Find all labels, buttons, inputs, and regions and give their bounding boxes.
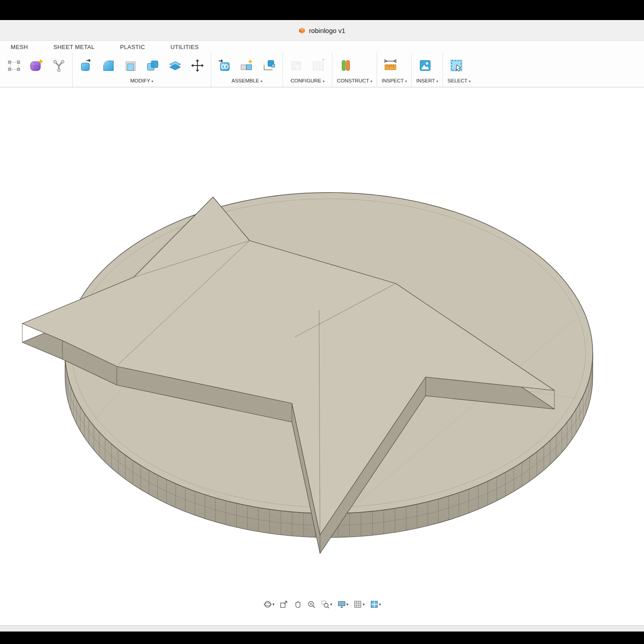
insert-image-icon[interactable] — [416, 57, 434, 74]
ribbon-toolbar: MODIFY▾ — [0, 53, 644, 87]
toolbar-group-configure: CONFIGURE▾ — [283, 53, 332, 87]
orbit-icon — [263, 600, 272, 609]
document-tab[interactable]: robinlogo v1 — [0, 20, 644, 41]
tab-mesh[interactable]: MESH — [11, 44, 28, 50]
chevron-down-icon: ▾ — [363, 602, 365, 607]
measure-icon[interactable] — [381, 57, 399, 74]
toolbar-group-assemble: ASSEMBLE▾ — [211, 53, 283, 87]
ribbon-tabs: MESH SHEET METAL PLASTIC UTILITIES — [0, 41, 644, 53]
chevron-down-icon: ▾ — [379, 602, 381, 607]
zoom-button[interactable] — [306, 599, 317, 610]
toolbar-group-label[interactable]: SELECT▾ — [447, 78, 471, 83]
toolbar-group-label[interactable]: MODIFY▾ — [77, 78, 206, 83]
grid-and-snaps-button[interactable]: ▾ — [352, 599, 366, 610]
select-icon[interactable] — [447, 57, 465, 74]
joint-icon[interactable] — [238, 57, 256, 74]
toolbar-group-insert: INSERT▾ — [411, 53, 443, 87]
window-zoom-icon — [321, 600, 330, 609]
fit-button[interactable]: ▾ — [320, 599, 334, 610]
viewports-icon — [369, 600, 378, 609]
shell-icon[interactable] — [122, 57, 139, 74]
pan-hand-icon — [293, 600, 302, 609]
toolbar-group-spacer — [5, 78, 68, 83]
toolbar-group-label[interactable]: CONSTRUCT▾ — [337, 78, 372, 83]
fillet-icon[interactable] — [99, 57, 117, 74]
display-settings-button[interactable]: ▾ — [336, 599, 350, 610]
display-settings-icon — [337, 600, 346, 609]
chevron-down-icon: ▾ — [436, 79, 438, 83]
chevron-down-icon: ▾ — [370, 79, 372, 83]
toolbar-group-inspect: INSPECT▾ — [377, 53, 411, 87]
create-form-icon[interactable] — [28, 57, 45, 74]
look-at-icon — [279, 600, 288, 609]
status-strip — [0, 625, 644, 632]
look-at-button[interactable] — [278, 599, 290, 610]
combine-icon[interactable] — [144, 57, 162, 74]
orbit-button[interactable]: ▾ — [262, 599, 276, 610]
tab-sheet-metal[interactable]: SHEET METAL — [53, 44, 94, 50]
chevron-down-icon: ▾ — [330, 602, 332, 607]
tab-plastic[interactable]: PLASTIC — [120, 44, 145, 50]
toolbar-group-construct: CONSTRUCT▾ — [332, 53, 377, 87]
pan-button[interactable] — [292, 599, 304, 610]
zoom-icon — [307, 600, 316, 609]
tab-utilities[interactable]: UTILITIES — [170, 44, 198, 50]
attach-icon[interactable] — [216, 57, 234, 74]
toolbar-group-label[interactable]: INSERT▾ — [416, 78, 438, 83]
chevron-down-icon: ▾ — [272, 602, 275, 607]
model-viewport[interactable] — [0, 87, 644, 625]
view-navigation-bar: ▾ ▾ ▾ — [262, 599, 382, 610]
chevron-down-icon: ▾ — [405, 79, 407, 83]
viewports-button[interactable]: ▾ — [368, 599, 382, 610]
grid-icon — [353, 600, 362, 609]
construct-plane-icon[interactable] — [337, 57, 355, 74]
configuration-table-icon[interactable] — [310, 57, 328, 74]
chevron-down-icon: ▾ — [346, 602, 349, 607]
ground-icon[interactable] — [260, 57, 278, 74]
model-body[interactable] — [22, 193, 593, 554]
toolbar-group-select: SELECT▾ — [443, 53, 475, 87]
chevron-down-icon: ▾ — [152, 79, 153, 83]
toolbar-group-label[interactable]: ASSEMBLE▾ — [216, 78, 278, 83]
chevron-down-icon: ▾ — [469, 79, 471, 83]
chevron-down-icon: ▾ — [323, 79, 324, 83]
thicken-icon[interactable] — [166, 57, 184, 74]
document-cube-icon — [299, 27, 305, 34]
bottom-bar — [0, 632, 644, 644]
toolbar-group-create — [1, 53, 72, 87]
document-title: robinlogo v1 — [309, 27, 345, 34]
toolbar-group-label[interactable]: INSPECT▾ — [381, 78, 407, 83]
chevron-down-icon: ▾ — [260, 79, 262, 83]
marquee-select-icon[interactable] — [5, 57, 23, 74]
move-icon[interactable] — [189, 57, 206, 74]
title-bar — [0, 0, 644, 20]
reduce-icon[interactable] — [50, 57, 68, 74]
configure-icon[interactable] — [287, 57, 305, 74]
toolbar-group-label[interactable]: CONFIGURE▾ — [287, 78, 328, 83]
toolbar-group-modify: MODIFY▾ — [72, 53, 211, 87]
press-pull-icon[interactable] — [77, 57, 95, 74]
